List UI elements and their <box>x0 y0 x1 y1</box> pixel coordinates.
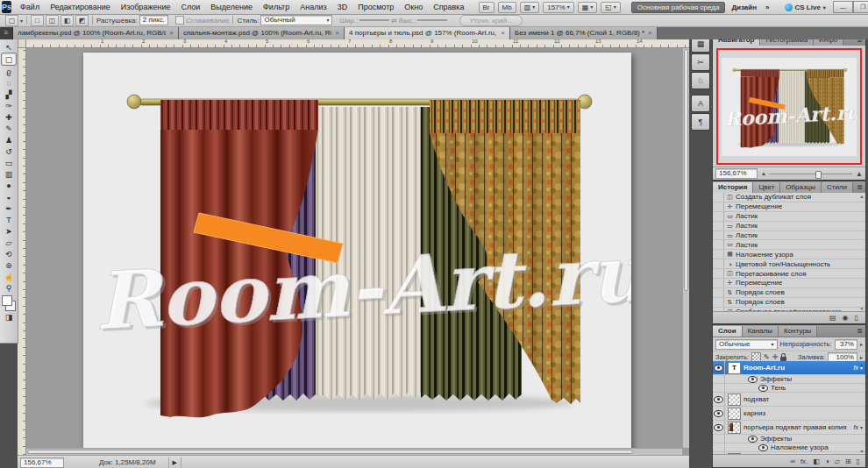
hand-tool[interactable]: ☝ <box>2 271 16 282</box>
color-swatches[interactable] <box>2 295 16 311</box>
zoom-tool[interactable]: ⚲ <box>2 282 16 294</box>
blend-mode-select[interactable]: Обычные ▾ <box>715 339 778 350</box>
history-source-well[interactable] <box>713 269 724 278</box>
foreground-color-swatch[interactable] <box>2 295 12 306</box>
tab-channels[interactable]: Каналы <box>743 326 779 337</box>
history-source-well[interactable] <box>713 193 724 202</box>
type-tool[interactable]: T <box>2 214 16 225</box>
history-source-well[interactable] <box>713 279 724 287</box>
3d-rotate-tool[interactable]: ⟲ <box>2 248 16 259</box>
text-layer-thumbnail[interactable]: T <box>728 362 741 374</box>
history-step[interactable]: ✛Перемещение <box>713 279 865 288</box>
crop-tool[interactable]: ▞ <box>2 89 16 100</box>
zoom-in-icon[interactable]: ▲ <box>856 170 863 178</box>
launch-bridge-button[interactable]: Br <box>479 2 494 13</box>
panel-menu-icon[interactable]: ≣ <box>854 182 865 193</box>
animation-icon[interactable]: ♘ <box>691 72 710 89</box>
opacity-input[interactable]: 37% <box>835 339 857 350</box>
horizontal-ruler[interactable]: 1 2 3 4 5 6 7 8 9 10 11 12 13 14 <box>25 39 689 48</box>
slider-thumb[interactable] <box>815 171 822 179</box>
history-source-well[interactable] <box>713 288 724 297</box>
view-extras-button[interactable]: ▦ ▾ <box>578 2 598 13</box>
history-step[interactable]: ✛Перемещение <box>713 202 865 212</box>
arrange-documents-button[interactable]: ▥ ▾ <box>520 2 540 13</box>
document-tab-2[interactable]: спальня-монтаж.psd @ 100% (Room-Art.ru, … <box>179 26 345 39</box>
link-dimensions-icon[interactable]: ⇄ <box>391 17 397 25</box>
dodge-tool[interactable]: ◒ <box>2 191 16 202</box>
rectangular-marquee-tool[interactable]: ▢ <box>1 53 17 66</box>
status-options-arrow[interactable]: ▶ <box>168 457 181 468</box>
layer-effects-row[interactable]: Эффекты <box>713 375 865 384</box>
history-step[interactable]: ▭Ластик <box>713 240 865 250</box>
visibility-toggle[interactable] <box>713 393 725 406</box>
close-tab-icon[interactable]: × <box>335 29 339 37</box>
path-selection-tool[interactable]: ➤ <box>2 225 16 237</box>
eyedropper-tool[interactable]: ✑ <box>2 100 16 111</box>
layer-style-icon[interactable]: fx. <box>800 457 808 465</box>
adjustment-layer-icon[interactable]: ◑ <box>825 457 829 465</box>
lock-paint-icon[interactable]: ✎ <box>764 353 770 361</box>
zoom-out-icon[interactable]: ▲ <box>761 171 766 176</box>
launch-mini-bridge-button[interactable]: Mb <box>498 2 516 13</box>
style-select[interactable]: Обычный ▾ <box>260 15 332 25</box>
history-step[interactable]: ▭Ластик <box>713 222 865 231</box>
history-source-well[interactable] <box>713 298 724 307</box>
close-tab-icon[interactable]: × <box>648 29 652 37</box>
eye-icon[interactable] <box>748 436 758 443</box>
delete-layer-icon[interactable]: ▯ <box>857 457 860 465</box>
tab-layers[interactable]: Слои <box>713 326 743 337</box>
gradient-tool[interactable]: ▥ <box>2 168 16 180</box>
layer-row-podkhvat[interactable]: подхват <box>713 393 865 407</box>
workspace-overflow-button[interactable]: » <box>761 3 773 12</box>
menu-image[interactable]: Изображение <box>116 1 176 14</box>
vertical-ruler[interactable] <box>18 47 26 455</box>
link-layers-icon[interactable]: ∞ <box>790 457 795 465</box>
delete-state-icon[interactable]: ▯ <box>855 314 858 322</box>
clone-source-icon[interactable]: ✂ <box>691 53 710 71</box>
navigator-zoom-input[interactable]: 156,67% <box>715 168 758 179</box>
menu-analysis[interactable]: Анализ <box>295 1 331 14</box>
app-logo[interactable]: Ps <box>2 1 11 13</box>
layers-scrollbar[interactable]: ▲▼ <box>859 362 864 454</box>
tab-bar-menu-button[interactable]: ≡ <box>0 26 13 39</box>
layer-effect-pattern-row[interactable]: Наложение узора <box>713 443 865 452</box>
refine-edge-button[interactable]: Уточн. край... <box>459 15 523 26</box>
brush-tool[interactable]: ✎ <box>2 123 16 134</box>
clone-stamp-tool[interactable]: ♟ <box>2 134 16 145</box>
lock-all-icon[interactable] <box>780 357 786 361</box>
navigator-view-box[interactable] <box>716 48 862 165</box>
selection-mode-subtract[interactable]: ◧ <box>60 15 74 26</box>
history-step[interactable]: ◫Перетаскивание слоя <box>713 269 865 279</box>
horizontal-scrollbar[interactable] <box>25 448 682 455</box>
menu-help[interactable]: Справка <box>428 1 469 14</box>
history-step[interactable]: ◫Создать дубликат слоя <box>713 193 865 202</box>
document-tab-1[interactable]: ламбрекены.psd @ 100% (Room-Art.ru, RGB/… <box>13 26 179 39</box>
history-brush-tool[interactable]: ↺ <box>2 145 16 157</box>
restore-button[interactable]: ❐ <box>853 1 868 13</box>
history-scrollbar[interactable]: ▲▼ <box>859 194 864 311</box>
new-document-from-state-icon[interactable]: ▤ <box>829 314 836 322</box>
selection-mode-add[interactable]: ◫ <box>46 15 59 26</box>
history-source-well[interactable] <box>713 240 724 249</box>
tab-color[interactable]: Цвет <box>753 182 780 193</box>
menu-filter[interactable]: Фильтр <box>258 1 295 14</box>
layer-effect-shadow-row[interactable]: Тень <box>713 384 865 393</box>
width-input[interactable] <box>359 19 389 21</box>
scrollbar-thumb[interactable] <box>684 49 688 291</box>
layer-row-karniz[interactable]: карниз <box>713 407 865 421</box>
layer-mask-icon[interactable]: ◧ <box>813 457 820 465</box>
quick-selection-tool[interactable]: ◌ <box>2 77 16 89</box>
scroll-up-icon[interactable]: ▲ <box>860 194 864 199</box>
eraser-tool[interactable]: ▭ <box>2 157 16 168</box>
visibility-toggle[interactable] <box>713 361 725 374</box>
history-step[interactable]: ▦Наложение узора <box>713 250 865 259</box>
layer-thumbnail[interactable] <box>728 408 741 420</box>
document-tab-4[interactable]: Без имени 1 @ 66,7% (Слой 1, RGB/8) * × <box>510 26 658 39</box>
ruler-corner[interactable] <box>18 39 26 48</box>
selection-mode-intersect[interactable]: ◩ <box>75 15 89 26</box>
new-layer-icon[interactable]: ⊞ <box>845 457 851 465</box>
visibility-toggle[interactable] <box>713 421 725 434</box>
layer-row-text-roomart[interactable]: T Room-Art.ru fx ▾ <box>713 361 865 375</box>
scrollbar-thumb[interactable] <box>27 450 633 454</box>
visibility-toggle[interactable] <box>713 443 725 451</box>
